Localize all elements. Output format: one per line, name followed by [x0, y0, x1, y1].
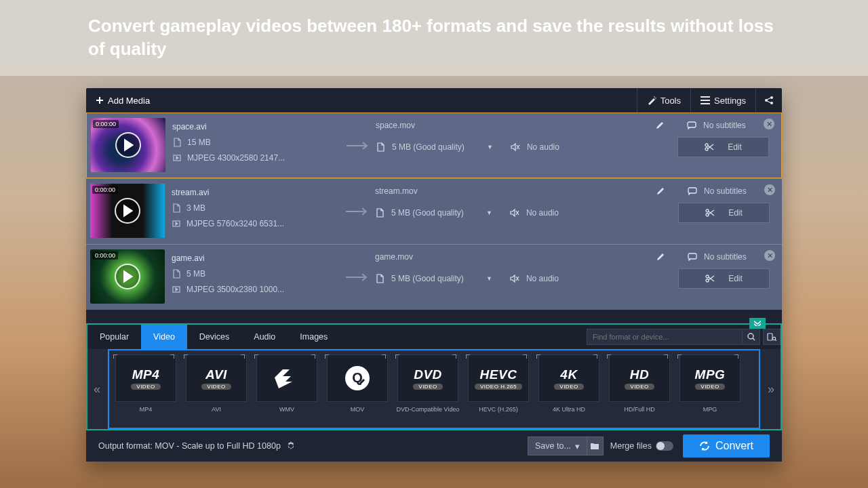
audio-label: No audio — [526, 274, 579, 283]
arrow-icon — [341, 184, 375, 239]
output-size: 5 MB (Good quality) — [392, 142, 480, 152]
add-media-button[interactable]: Add Media — [86, 88, 159, 113]
format-card-mpg[interactable]: MPGVIDEOMPG — [677, 354, 743, 424]
svg-rect-1 — [96, 100, 103, 101]
edit-button[interactable]: Edit — [678, 268, 770, 289]
rename-button[interactable] — [656, 253, 665, 261]
tools-button[interactable]: Tools — [637, 88, 690, 113]
source-filename: stream.avi — [172, 188, 334, 197]
tools-label: Tools — [660, 96, 681, 106]
file-icon — [172, 138, 182, 147]
video-thumbnail[interactable]: 0:00:00 — [91, 118, 165, 172]
svg-rect-21 — [768, 333, 772, 340]
remove-row-button[interactable]: ✕ — [764, 184, 775, 195]
output-filename: stream.mov — [375, 186, 650, 196]
source-size: 3 MB — [186, 203, 205, 213]
source-info: space.avi 15 MB MJPEG 4300x2580 2147... — [165, 118, 342, 173]
convert-label: Convert — [715, 440, 753, 452]
svg-point-10 — [705, 144, 708, 146]
remove-row-button[interactable]: ✕ — [764, 250, 775, 261]
search-button[interactable] — [743, 329, 760, 345]
edit-button[interactable]: Edit — [677, 137, 769, 157]
file-icon — [172, 269, 181, 279]
scissors-icon — [705, 274, 715, 283]
format-card-mp4[interactable]: MP4VIDEOMP4 — [113, 354, 178, 424]
output-format-text: Output format: MOV - Scale up to Full HD… — [98, 441, 281, 451]
detect-device-button[interactable] — [763, 329, 781, 345]
tab-images[interactable]: Images — [288, 325, 340, 349]
format-caption: DVD-Compatible Video — [397, 406, 460, 413]
save-to-button[interactable]: Save to... ▾ — [528, 436, 587, 455]
wand-icon — [647, 96, 656, 105]
rename-button[interactable] — [656, 121, 664, 129]
format-card-avi[interactable]: AVIVIDEOAVI — [184, 354, 249, 424]
format-card-4k[interactable]: 4KVIDEO4K Ultra HD — [536, 354, 601, 424]
menu-icon — [701, 96, 710, 104]
svg-point-14 — [706, 209, 709, 212]
output-size: 5 MB (Good quality) — [391, 208, 479, 218]
video-thumbnail[interactable]: 0:00:00 — [90, 184, 165, 238]
plus-icon — [96, 96, 104, 104]
output-settings-button[interactable] — [286, 441, 296, 451]
folder-icon — [590, 442, 599, 450]
carousel-next-button[interactable]: » — [762, 349, 781, 429]
format-search-input[interactable] — [587, 329, 743, 345]
remove-row-button[interactable]: ✕ — [764, 119, 774, 129]
tab-devices[interactable]: Devices — [187, 325, 241, 349]
svg-rect-2 — [701, 96, 710, 98]
format-card-wmv[interactable]: WMV — [254, 354, 319, 424]
edit-label: Edit — [728, 274, 743, 283]
subtitle-icon — [687, 121, 696, 129]
search-icon — [747, 333, 755, 341]
app-window: Add Media Tools Settings 0:00:00 space.a… — [86, 88, 782, 462]
svg-point-20 — [748, 333, 753, 339]
share-icon — [764, 96, 774, 105]
share-button[interactable] — [755, 88, 782, 113]
open-folder-button[interactable] — [587, 436, 604, 455]
svg-rect-13 — [688, 188, 696, 193]
audio-label: No audio — [527, 142, 580, 152]
source-info: game.avi 5 MB MJPEG 3500x2380 1000... — [165, 249, 341, 305]
format-caption: WMV — [279, 406, 294, 413]
settings-button[interactable]: Settings — [690, 88, 755, 113]
media-row[interactable]: 0:00:00 space.avi 15 MB MJPEG 4300x2580 … — [86, 113, 782, 178]
format-card-hd[interactable]: HDVIDEOHD/Full HD — [607, 354, 672, 424]
format-card-mov[interactable]: QMOV — [325, 354, 390, 424]
convert-button[interactable]: Convert — [683, 434, 770, 458]
tab-audio[interactable]: Audio — [241, 325, 288, 349]
media-row[interactable]: 0:00:00 stream.avi 3 MB MJPEG 5760x3240 … — [86, 178, 782, 244]
source-codec: MJPEG 3500x2380 1000... — [186, 285, 284, 294]
tab-popular[interactable]: Popular — [87, 325, 141, 349]
rename-button[interactable] — [656, 187, 665, 195]
size-dropdown[interactable]: ▼ — [487, 144, 493, 150]
source-codec: MJPEG 4300x2580 2147... — [187, 153, 285, 163]
tab-video[interactable]: Video — [141, 325, 187, 349]
edit-button[interactable]: Edit — [678, 203, 770, 223]
audio-label: No audio — [526, 208, 579, 218]
source-codec: MJPEG 5760x3240 6531... — [186, 219, 284, 228]
format-caption: MOV — [351, 406, 365, 413]
add-media-label: Add Media — [108, 96, 150, 106]
size-dropdown[interactable]: ▼ — [486, 275, 492, 282]
video-thumbnail[interactable]: 0:00:00 — [90, 249, 165, 304]
source-size: 5 MB — [186, 269, 205, 279]
audio-mute-icon — [510, 209, 519, 217]
format-card-dvd[interactable]: DVDVIDEODVD-Compatible Video — [395, 354, 460, 424]
format-card-hevc[interactable]: HEVCVIDEO H.265HEVC (H.265) — [466, 354, 531, 424]
svg-point-15 — [706, 214, 709, 216]
gear-icon — [286, 441, 296, 451]
toggle-icon — [656, 441, 673, 451]
media-row[interactable]: 0:00:00 game.avi 5 MB MJPEG 3500x2380 10… — [86, 244, 782, 310]
size-dropdown[interactable]: ▼ — [486, 209, 492, 216]
carousel-prev-button[interactable]: « — [87, 349, 106, 429]
bottom-bar: Output format: MOV - Scale up to Full HD… — [86, 430, 782, 462]
dest-info: stream.mov No subtitles ▼ 5 MB (Good qua… — [375, 184, 776, 239]
source-filename: space.avi — [172, 122, 335, 131]
file-icon — [375, 208, 384, 218]
merge-files-toggle[interactable]: Merge files — [610, 441, 673, 451]
output-filename: space.mov — [376, 121, 649, 130]
arrow-icon — [342, 118, 376, 173]
collapse-panel-button[interactable] — [749, 318, 766, 329]
timecode: 0:00:00 — [93, 120, 119, 128]
format-panel: PopularVideoDevicesAudioImages « MP4VIDE… — [86, 323, 782, 430]
